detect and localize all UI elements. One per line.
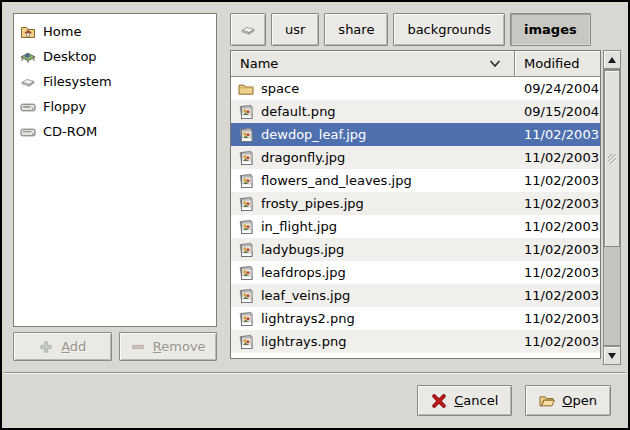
image-icon bbox=[238, 173, 254, 189]
file-row-frosty-pipes-jpg[interactable]: frosty_pipes.jpg11/02/2003 bbox=[231, 192, 600, 215]
file-row-default-png[interactable]: default.png09/15/2004 bbox=[231, 100, 600, 123]
file-name: ladybugs.jpg bbox=[261, 242, 344, 257]
file-modified: 11/02/2003 bbox=[515, 265, 600, 280]
places-item-desktop[interactable]: Desktop bbox=[14, 44, 216, 69]
image-icon bbox=[238, 219, 254, 235]
file-modified: 11/02/2003 bbox=[515, 219, 600, 234]
places-item-label: Home bbox=[43, 24, 81, 39]
file-modified: 11/02/2003 bbox=[515, 127, 600, 142]
column-header-modified-label: Modified bbox=[524, 56, 579, 71]
scroll-up-button[interactable] bbox=[603, 50, 621, 69]
file-name: space bbox=[261, 81, 299, 96]
home-icon bbox=[20, 24, 36, 40]
file-name: leaf_veins.jpg bbox=[261, 288, 350, 303]
image-icon bbox=[238, 196, 254, 212]
file-name-cell: ladybugs.jpg bbox=[231, 242, 515, 258]
file-name-cell: space bbox=[231, 81, 515, 97]
file-list: space09/24/2004default.png09/15/2004dewd… bbox=[231, 77, 600, 353]
file-name: dragonfly.jpg bbox=[261, 150, 345, 165]
places-item-floppy[interactable]: Floppy bbox=[14, 94, 216, 119]
file-name-cell: frosty_pipes.jpg bbox=[231, 196, 515, 212]
file-row-lightrays2-png[interactable]: lightrays2.png11/02/2003 bbox=[231, 307, 600, 330]
places-item-cd-rom[interactable]: CD-ROM bbox=[14, 119, 216, 144]
cancel-button[interactable]: Cancel bbox=[417, 385, 512, 416]
dialog-separator bbox=[4, 372, 626, 373]
add-button[interactable]: Add bbox=[13, 332, 112, 361]
cancel-button-label: Cancel bbox=[454, 393, 498, 408]
file-name: dewdop_leaf.jpg bbox=[261, 127, 366, 142]
places-item-home[interactable]: Home bbox=[14, 19, 216, 44]
remove-button[interactable]: Remove bbox=[119, 332, 218, 361]
file-name-cell: default.png bbox=[231, 104, 515, 120]
column-header-name-label: Name bbox=[240, 56, 278, 71]
pathbar-button-label: usr bbox=[285, 22, 305, 37]
file-row-dewdop-leaf-jpg[interactable]: dewdop_leaf.jpg11/02/2003 bbox=[231, 123, 600, 146]
desktop-icon bbox=[20, 49, 36, 65]
arrow-down-icon bbox=[608, 353, 616, 359]
places-item-label: Filesystem bbox=[43, 74, 112, 89]
image-icon bbox=[238, 265, 254, 281]
file-list-header: Name Modified bbox=[231, 51, 600, 77]
places-item-filesystem[interactable]: Filesystem bbox=[14, 69, 216, 94]
scrollbar-thumb[interactable] bbox=[604, 70, 620, 247]
file-modified: 09/15/2004 bbox=[515, 104, 600, 119]
open-icon bbox=[539, 393, 555, 409]
sort-indicator-icon bbox=[487, 56, 503, 72]
image-icon bbox=[238, 242, 254, 258]
image-icon bbox=[238, 334, 254, 350]
scrollbar-track[interactable] bbox=[603, 69, 621, 346]
open-button-label: Open bbox=[562, 393, 597, 408]
file-modified: 11/02/2003 bbox=[515, 196, 600, 211]
path-bar: usrsharebackgroundsimages bbox=[230, 13, 591, 46]
places-list: HomeDesktopFilesystemFloppyCD-ROM bbox=[13, 13, 217, 327]
open-button[interactable]: Open bbox=[525, 385, 611, 416]
file-list-frame: Name Modified space09/24/2004default.png… bbox=[230, 50, 601, 359]
pathbar-button-label: images bbox=[524, 22, 577, 37]
places-item-label: Desktop bbox=[43, 49, 97, 64]
file-modified: 11/02/2003 bbox=[515, 242, 600, 257]
file-name: lightrays2.png bbox=[261, 311, 355, 326]
file-name-cell: leafdrops.jpg bbox=[231, 265, 515, 281]
pathbar-button-images[interactable]: images bbox=[510, 13, 591, 46]
file-name-cell: dewdop_leaf.jpg bbox=[231, 127, 515, 143]
file-row-ladybugs-jpg[interactable]: ladybugs.jpg11/02/2003 bbox=[231, 238, 600, 261]
file-row-in-flight-jpg[interactable]: in_flight.jpg11/02/2003 bbox=[231, 215, 600, 238]
image-icon bbox=[238, 288, 254, 304]
remove-icon bbox=[130, 339, 146, 355]
add-icon bbox=[38, 339, 54, 355]
file-modified: 09/24/2004 bbox=[515, 81, 600, 96]
file-row-dragonfly-jpg[interactable]: dragonfly.jpg11/02/2003 bbox=[231, 146, 600, 169]
pathbar-button-label: share bbox=[338, 22, 374, 37]
vertical-scrollbar[interactable] bbox=[603, 50, 621, 365]
file-name: flowers_and_leaves.jpg bbox=[261, 173, 412, 188]
file-name-cell: lightrays.png bbox=[231, 334, 515, 350]
file-row-flowers-and-leaves-jpg[interactable]: flowers_and_leaves.jpg11/02/2003 bbox=[231, 169, 600, 192]
file-modified: 11/02/2003 bbox=[515, 311, 600, 326]
image-icon bbox=[238, 311, 254, 327]
filesystem-icon bbox=[240, 22, 256, 38]
file-row-lightrays-png[interactable]: lightrays.png11/02/2003 bbox=[231, 330, 600, 353]
image-icon bbox=[238, 150, 254, 166]
file-name: lightrays.png bbox=[261, 334, 346, 349]
column-header-name[interactable]: Name bbox=[231, 51, 515, 77]
scroll-down-button[interactable] bbox=[603, 346, 621, 365]
file-chooser-dialog: HomeDesktopFilesystemFloppyCD-ROM Add Re… bbox=[0, 0, 630, 430]
pathbar-button-root[interactable] bbox=[230, 13, 266, 46]
file-row-leaf-veins-jpg[interactable]: leaf_veins.jpg11/02/2003 bbox=[231, 284, 600, 307]
file-row-space[interactable]: space09/24/2004 bbox=[231, 77, 600, 100]
image-icon bbox=[238, 127, 254, 143]
file-modified: 11/02/2003 bbox=[515, 288, 600, 303]
file-name-cell: lightrays2.png bbox=[231, 311, 515, 327]
column-header-modified[interactable]: Modified bbox=[515, 51, 600, 77]
file-row-leafdrops-jpg[interactable]: leafdrops.jpg11/02/2003 bbox=[231, 261, 600, 284]
dialog-actions: Cancel Open bbox=[417, 385, 611, 416]
pathbar-button-usr[interactable]: usr bbox=[271, 13, 319, 46]
remove-button-label: Remove bbox=[153, 339, 206, 354]
filesystem-icon bbox=[20, 74, 36, 90]
pathbar-button-share[interactable]: share bbox=[324, 13, 388, 46]
pathbar-button-backgrounds[interactable]: backgrounds bbox=[393, 13, 505, 46]
grip-icon bbox=[607, 153, 617, 165]
places-item-label: Floppy bbox=[43, 99, 86, 114]
file-modified: 11/02/2003 bbox=[515, 150, 600, 165]
add-button-label: Add bbox=[61, 339, 86, 354]
